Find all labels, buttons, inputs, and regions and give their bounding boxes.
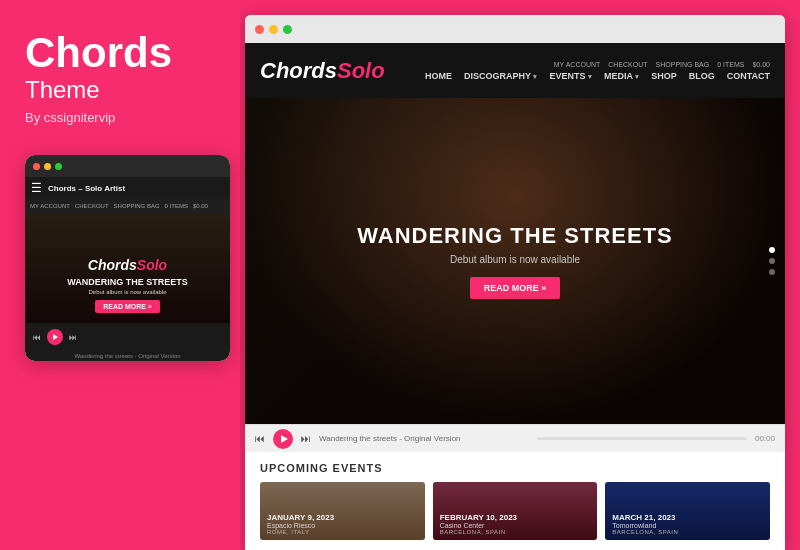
header-link-bag[interactable]: SHOPPING BAG [656,61,710,68]
mobile-player-track: Wandering the streets - Original Version [25,351,230,361]
mobile-player: ⏮ ⏭ [25,323,230,351]
mobile-play-button[interactable] [47,329,63,345]
event-location-1: ROME, ITALY [267,529,418,535]
theme-subtitle: Theme [25,76,100,104]
nav-contact[interactable]: CONTACT [727,71,770,81]
website-content: ChordsSolo MY ACCOUNT CHECKOUT SHOPPING … [245,43,785,550]
events-section: UPCOMING EVENTS JANUARY 9, 2023 Espacio … [245,452,785,550]
player-progress-bar[interactable] [537,437,747,440]
mobile-dot-yellow [44,163,51,170]
hero-content: WANDERING THE STREETS Debut album is now… [357,223,673,299]
site-logo-span: Solo [337,58,385,83]
header-link-account[interactable]: MY ACCOUNT [554,61,601,68]
mobile-top-bar [25,155,230,177]
player-prev-button[interactable]: ⏮ [255,433,265,444]
nav-home[interactable]: HOME [425,71,452,81]
event-date-3: MARCH 21, 2023 [612,513,763,522]
nav-blog[interactable]: BLOG [689,71,715,81]
browser-dot-yellow [269,25,278,34]
event-venue-1: Espacio Riesco [267,522,418,529]
events-section-title: UPCOMING EVENTS [260,462,770,474]
mobile-nav-title: Chords – Solo Artist [48,184,125,193]
hero-section: WANDERING THE STREETS Debut album is now… [245,98,785,424]
header-link-price: $0.00 [752,61,770,68]
browser-dot-green [283,25,292,34]
event-venue-2: Casino Center [440,522,591,529]
theme-title: Chords [25,30,172,76]
player-play-button[interactable] [273,429,293,449]
event-card-3[interactable]: MARCH 21, 2023 Tomorrowland BARCELONA, S… [605,482,770,540]
left-panel: Chords Theme By cssignitervip ☰ Chords –… [0,0,240,550]
byline: By cssignitervip [25,110,115,125]
mobile-nav: ☰ Chords – Solo Artist [25,177,230,199]
hero-dots [769,247,775,275]
right-panel: ChordsSolo MY ACCOUNT CHECKOUT SHOPPING … [245,15,785,550]
event-card-1[interactable]: JANUARY 9, 2023 Espacio Riesco ROME, ITA… [260,482,425,540]
site-header-right: MY ACCOUNT CHECKOUT SHOPPING BAG 0 ITEMS… [425,61,770,81]
mobile-preview: ☰ Chords – Solo Artist MY ACCOUNT CHECKO… [25,155,230,361]
mobile-link-bag[interactable]: SHOPPING BAG [114,203,160,209]
mobile-read-more-button[interactable]: READ MORE » [95,300,160,313]
mobile-dot-green [55,163,62,170]
hero-dot-1[interactable] [769,247,775,253]
mobile-link-price: $0.00 [193,203,208,209]
hero-dot-2[interactable] [769,258,775,264]
mobile-logo-span: Solo [137,257,167,273]
nav-discography[interactable]: DISCOGRAPHY ▾ [464,71,537,81]
mobile-logo: ChordsSolo [88,257,167,273]
mobile-hero: ChordsSolo WANDERING THE STREETS Debut a… [25,213,230,323]
site-header: ChordsSolo MY ACCOUNT CHECKOUT SHOPPING … [245,43,785,98]
mobile-dot-red [33,163,40,170]
events-arrow: ▾ [588,73,592,80]
player-bar: ⏮ ⏭ Wandering the streets - Original Ver… [245,424,785,452]
event-date-2: FEBRUARY 10, 2023 [440,513,591,522]
site-top-links: MY ACCOUNT CHECKOUT SHOPPING BAG 0 ITEMS… [554,61,770,68]
mobile-hero-sub: Debut album is now available [88,289,166,295]
player-time: 00:00 [755,434,775,443]
mobile-link-checkout[interactable]: CHECKOUT [75,203,109,209]
mobile-link-items: 0 ITEMS [165,203,188,209]
player-next-button[interactable]: ⏭ [301,433,311,444]
event-location-3: BARCELONA, SPAIN [612,529,763,535]
browser-dot-red [255,25,264,34]
mobile-prev-button[interactable]: ⏮ [33,333,41,342]
nav-events[interactable]: EVENTS ▾ [549,71,592,81]
hamburger-icon[interactable]: ☰ [31,181,42,195]
player-track-name: Wandering the streets - Original Version [319,434,529,443]
mobile-link-account[interactable]: MY ACCOUNT [30,203,70,209]
event-date-1: JANUARY 9, 2023 [267,513,418,522]
hero-dot-3[interactable] [769,269,775,275]
hero-subtitle: Debut album is now available [357,254,673,265]
mobile-next-button[interactable]: ⏭ [69,333,77,342]
site-logo: ChordsSolo [260,58,385,84]
mobile-hero-title: WANDERING THE STREETS [67,277,188,287]
event-venue-3: Tomorrowland [612,522,763,529]
discography-arrow: ▾ [533,73,537,80]
event-location-2: BARCELONA, SPAIN [440,529,591,535]
browser-chrome [245,15,785,43]
nav-shop[interactable]: SHOP [651,71,677,81]
header-link-checkout[interactable]: CHECKOUT [608,61,647,68]
event-card-2[interactable]: FEBRUARY 10, 2023 Casino Center BARCELON… [433,482,598,540]
events-grid: JANUARY 9, 2023 Espacio Riesco ROME, ITA… [260,482,770,540]
hero-read-more-button[interactable]: READ MORE » [470,277,561,299]
hero-title: WANDERING THE STREETS [357,223,673,249]
nav-media[interactable]: MEDIA ▾ [604,71,639,81]
media-arrow: ▾ [635,73,639,80]
mobile-top-links: MY ACCOUNT CHECKOUT SHOPPING BAG 0 ITEMS… [25,199,230,213]
header-link-items: 0 ITEMS [717,61,744,68]
site-nav: HOME DISCOGRAPHY ▾ EVENTS ▾ MEDIA ▾ SHOP… [425,71,770,81]
